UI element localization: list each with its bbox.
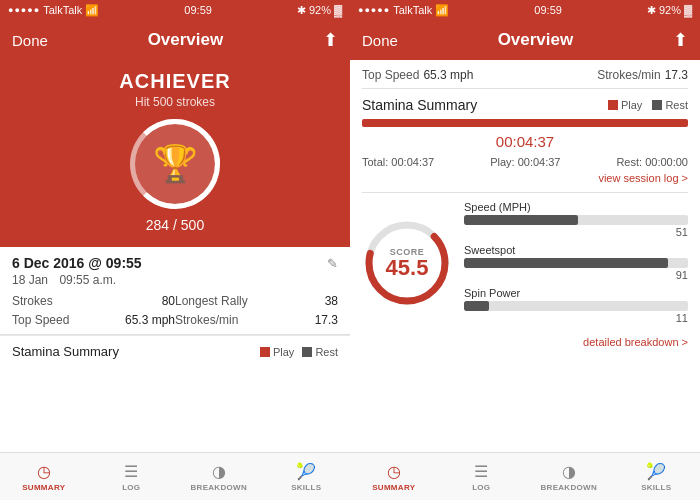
right-nav-bar: Done Overview ⬆ — [350, 20, 700, 60]
left-tab-summary[interactable]: ◷ SUMMARY — [0, 453, 88, 500]
right-stamina-title: Stamina Summary — [362, 97, 477, 113]
session-date: 6 Dec 2016 @ 09:55 — [12, 255, 142, 271]
left-tab-bar: ◷ SUMMARY ☰ LOG ◑ BREAKDOWN 🎾 SKILLS — [0, 452, 350, 500]
strokes-min-value: 17.3 — [315, 313, 338, 327]
metric-spin-bar-fill — [464, 301, 489, 311]
achievement-ring: 🏆 — [130, 119, 220, 209]
hero-progress: 284 / 500 — [146, 217, 204, 233]
right-status-bar: ●●●●● TalkTalk 📶 09:59 ✱ 92% ▓ — [350, 0, 700, 20]
right-share-button[interactable]: ⬆ — [673, 29, 688, 51]
left-tab-breakdown[interactable]: ◑ BREAKDOWN — [175, 453, 263, 500]
right-content: Top Speed 65.3 mph Strokes/min 17.3 Stam… — [350, 60, 700, 452]
right-play-value: 00:04:37 — [518, 156, 561, 168]
right-breakdown-icon: ◑ — [562, 462, 576, 481]
left-wifi-icon: 📶 — [85, 4, 99, 17]
right-rest-label: Rest — [665, 99, 688, 111]
left-carrier: TalkTalk — [43, 4, 82, 16]
left-stamina-legend: Play Rest — [260, 346, 338, 358]
right-tab-summary[interactable]: ◷ SUMMARY — [350, 453, 438, 500]
right-tab-breakdown[interactable]: ◑ BREAKDOWN — [525, 453, 613, 500]
left-time: 09:59 — [184, 4, 212, 16]
metric-speed-bar-fill — [464, 215, 578, 225]
right-rest-time: Rest: 00:00:00 — [616, 156, 688, 168]
right-summary-icon: ◷ — [387, 462, 401, 481]
right-strokes-min-label: Strokes/min — [597, 68, 660, 82]
right-log-label: LOG — [472, 483, 490, 492]
left-status-bar: ●●●●● TalkTalk 📶 09:59 ✱ 92% ▓ — [0, 0, 350, 20]
trophy-icon: 🏆 — [153, 143, 198, 185]
score-inner: SCORE 45.5 — [386, 247, 429, 279]
left-log-icon: ☰ — [124, 462, 138, 481]
right-status-right: ✱ 92% ▓ — [647, 4, 692, 17]
left-log-label: LOG — [122, 483, 140, 492]
strokes-value: 80 — [162, 294, 175, 308]
right-stamina-section: Stamina Summary Play Rest 00:04:37 Total… — [362, 97, 688, 193]
strokes-min-label: Strokes/min — [175, 313, 238, 327]
top-speed-value: 65.3 mph — [125, 313, 175, 327]
left-share-button[interactable]: ⬆ — [323, 29, 338, 51]
detailed-link[interactable]: detailed breakdown > — [362, 332, 688, 348]
left-stamina-label: Stamina Summary — [12, 344, 119, 359]
left-battery: 92% — [309, 4, 331, 16]
right-done-button[interactable]: Done — [362, 32, 398, 49]
right-strokes-min: Strokes/min 17.3 — [597, 68, 688, 82]
left-tab-log[interactable]: ☰ LOG — [88, 453, 176, 500]
stats-grid: Strokes 80 Longest Rally 38 Top Speed 65… — [12, 293, 338, 328]
right-play-label: Play — [621, 99, 642, 111]
right-top-stats: Top Speed 65.3 mph Strokes/min 17.3 — [362, 68, 688, 89]
right-rest-label2: Rest: — [616, 156, 642, 168]
left-stamina-row: Stamina Summary Play Rest — [0, 335, 350, 367]
rest-dot — [302, 347, 312, 357]
right-play-time: Play: 00:04:37 — [490, 156, 560, 168]
right-stamina-time: 00:04:37 — [362, 133, 688, 150]
right-breakdown-label: BREAKDOWN — [541, 483, 597, 492]
right-skills-label: SKILLS — [641, 483, 671, 492]
longest-rally-value: 38 — [325, 294, 338, 308]
metric-spin-val: 11 — [464, 312, 688, 324]
left-battery-icon: ▓ — [334, 4, 342, 16]
left-status-left: ●●●●● TalkTalk 📶 — [8, 4, 99, 17]
right-signal: ●●●●● — [358, 5, 390, 15]
right-carrier: TalkTalk — [393, 4, 432, 16]
metric-speed-label: Speed (MPH) — [464, 201, 688, 213]
metric-spin: Spin Power 11 — [464, 287, 688, 324]
left-nav-title: Overview — [148, 30, 224, 50]
edit-icon[interactable]: ✎ — [327, 256, 338, 271]
right-play-legend: Play — [608, 99, 642, 111]
left-status-right: ✱ 92% ▓ — [297, 4, 342, 17]
right-summary-label: SUMMARY — [372, 483, 415, 492]
left-summary-icon: ◷ — [37, 462, 51, 481]
session-month: 18 Jan — [12, 273, 48, 287]
rest-label: Rest — [315, 346, 338, 358]
metrics-list: Speed (MPH) 51 Sweetspot 91 Spin Power — [464, 201, 688, 324]
right-skills-icon: 🎾 — [646, 462, 666, 481]
session-date-row: 6 Dec 2016 @ 09:55 ✎ — [12, 255, 338, 271]
right-play-dot — [608, 100, 618, 110]
left-bluetooth-icon: ✱ — [297, 4, 306, 17]
strokes-min-stat: Strokes/min 17.3 — [175, 312, 338, 328]
rest-legend: Rest — [302, 346, 338, 358]
play-label: Play — [273, 346, 294, 358]
right-top-speed: Top Speed 65.3 mph — [362, 68, 473, 82]
top-speed-label: Top Speed — [12, 313, 69, 327]
left-skills-icon: 🎾 — [296, 462, 316, 481]
metric-spin-bar-bg — [464, 301, 688, 311]
hero-title: ACHIEVER — [119, 70, 230, 93]
right-battery: 92% — [659, 4, 681, 16]
left-panel: ●●●●● TalkTalk 📶 09:59 ✱ 92% ▓ Done Over… — [0, 0, 350, 500]
right-tab-skills[interactable]: 🎾 SKILLS — [613, 453, 701, 500]
view-log-link[interactable]: view session log > — [362, 172, 688, 193]
metric-sweetspot-bar-fill — [464, 258, 668, 268]
strokes-label: Strokes — [12, 294, 53, 308]
left-done-button[interactable]: Done — [12, 32, 48, 49]
left-tab-skills[interactable]: 🎾 SKILLS — [263, 453, 351, 500]
longest-rally-label: Longest Rally — [175, 294, 248, 308]
play-dot — [260, 347, 270, 357]
right-play-label2: Play: — [490, 156, 514, 168]
right-panel: ●●●●● TalkTalk 📶 09:59 ✱ 92% ▓ Done Over… — [350, 0, 700, 500]
right-total-value: 00:04:37 — [391, 156, 434, 168]
left-signal: ●●●●● — [8, 5, 40, 15]
right-tab-bar: ◷ SUMMARY ☰ LOG ◑ BREAKDOWN 🎾 SKILLS — [350, 452, 700, 500]
right-tab-log[interactable]: ☰ LOG — [438, 453, 526, 500]
strokes-stat: Strokes 80 — [12, 293, 175, 309]
